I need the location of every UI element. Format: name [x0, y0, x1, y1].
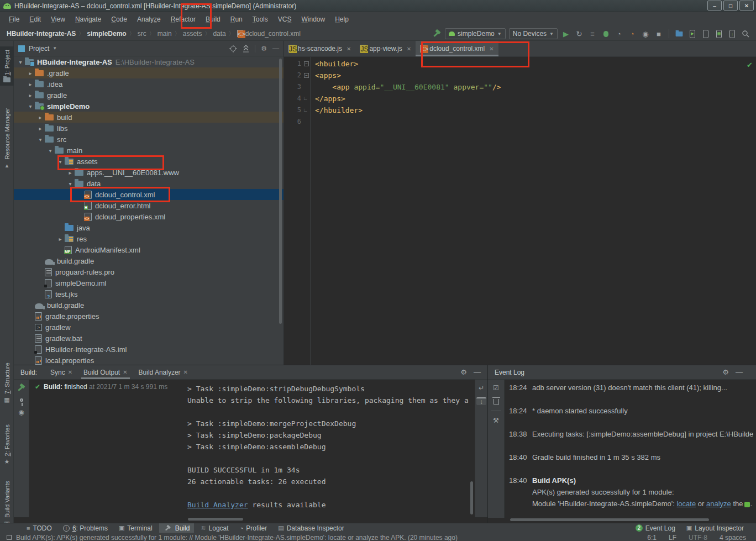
device-file-explorer-icon[interactable] — [674, 29, 684, 39]
stripe-tab-7-structure[interactable]: 7: Structure▦ — [0, 359, 14, 407]
console-vertical-scrollbar[interactable] — [470, 481, 473, 514]
tree-row-build-gradle[interactable]: build.gradle — [14, 255, 284, 266]
breadcrumb-item[interactable]: src — [136, 30, 148, 38]
gear-icon[interactable]: ⚙ — [722, 368, 729, 376]
breadcrumb-item[interactable]: simpleDemo — [86, 30, 127, 38]
tree-chevron-icon[interactable]: ▾ — [66, 181, 75, 187]
build-hammer-icon[interactable] — [17, 384, 26, 392]
tree-row-main[interactable]: ▾main — [14, 145, 284, 156]
event-log-horizontal-scrollbar[interactable] — [510, 518, 709, 521]
tree-chevron-icon[interactable]: ▸ — [36, 125, 45, 132]
attach-debugger-icon[interactable]: ◉ — [641, 29, 650, 39]
menu-item-edit[interactable]: Edit — [25, 14, 45, 25]
project-tree-scrollbar[interactable] — [279, 59, 282, 324]
menu-item-view[interactable]: View — [46, 14, 70, 25]
tree-row-dcloud-control-xml[interactable]: <>dcloud_control.xml — [14, 189, 284, 200]
close-icon[interactable]: ✕ — [347, 46, 351, 52]
tool-window-switcher-icon[interactable] — [7, 535, 12, 540]
tree-chevron-icon[interactable]: ▸ — [66, 170, 75, 176]
tree-row-build-gradle[interactable]: build.gradle — [14, 300, 284, 311]
close-icon[interactable]: ✕ — [183, 369, 188, 375]
breadcrumb-item[interactable]: data — [212, 30, 227, 38]
hide-panel-icon[interactable]: — — [272, 45, 279, 52]
mark-all-read-icon[interactable]: ☑ — [493, 384, 499, 392]
tree-chevron-icon[interactable]: ▾ — [26, 103, 35, 109]
tool-window-button-profiler[interactable]: ◔Profiler — [235, 523, 272, 533]
stop-icon[interactable]: ■ — [654, 29, 664, 39]
build-tab-build-analyzer[interactable]: Build Analyzer✕ — [133, 365, 193, 380]
tree-row-local-properties[interactable]: local.properties — [14, 355, 284, 365]
menu-item-analyze[interactable]: Analyze — [133, 14, 165, 25]
editor-tab-app-view-js[interactable]: JSapp-view.js✕ — [355, 41, 416, 56]
tree-chevron-icon[interactable]: ▸ — [36, 114, 45, 120]
editor-tab-hs-scancode-js[interactable]: JShs-scancode.js✕ — [284, 41, 355, 56]
tree-row-libs[interactable]: ▸libs — [14, 123, 284, 134]
coverage-icon[interactable]: ≡ — [587, 29, 597, 39]
tree-chevron-icon[interactable]: ▸ — [26, 70, 35, 76]
tree-row-res[interactable]: ▸res — [14, 233, 284, 244]
tree-chevron-icon[interactable]: ▾ — [46, 148, 55, 154]
tree-chevron-icon[interactable]: ▸ — [56, 236, 65, 242]
tree-row-test-jks[interactable]: ?test.jks — [14, 288, 284, 300]
file-encoding[interactable]: UTF-8 — [689, 534, 707, 541]
rerun-icon[interactable]: ↻ — [574, 29, 584, 39]
status-message[interactable]: Build APK(s): APK(s) generated successfu… — [16, 534, 458, 541]
tree-chevron-icon[interactable]: ▾ — [36, 136, 45, 143]
fold-end-marker-icon[interactable]: ∟ — [303, 93, 308, 104]
fold-marker-icon[interactable]: − — [304, 73, 309, 78]
minimize-button[interactable]: – — [707, 1, 722, 10]
scroll-to-end-icon[interactable]: ↓ — [476, 397, 486, 405]
build-hammer-icon[interactable] — [433, 30, 442, 38]
tree-row-gradlew-bat[interactable]: gradlew.bat — [14, 333, 284, 344]
indent-setting[interactable]: 4 spaces — [720, 534, 746, 541]
tree-row-androidmanifest-xml[interactable]: MFAndroidManifest.xml — [14, 244, 284, 255]
stripe-tab-2-favorites[interactable]: 2: Favorites★ — [0, 421, 14, 469]
close-button[interactable]: ✕ — [739, 1, 754, 10]
tool-window-button-logcat[interactable]: ≋Logcat — [196, 523, 233, 533]
device-manager-icon[interactable] — [701, 29, 711, 39]
menu-item-build[interactable]: Build — [201, 14, 225, 25]
tool-window-button-todo[interactable]: ≡TODO — [22, 523, 56, 533]
menu-item-run[interactable]: Run — [226, 14, 247, 25]
tree-row-dcloud-error-html[interactable]: Hdcloud_error.html — [14, 200, 284, 211]
tree-chevron-icon[interactable]: ▾ — [16, 59, 25, 65]
menu-item-navigate[interactable]: Navigate — [71, 14, 106, 25]
run-icon[interactable]: ▶ — [561, 29, 571, 39]
breadcrumb-item[interactable]: assets — [182, 30, 203, 38]
tree-row-simpledemo[interactable]: ▾simpleDemo — [14, 101, 284, 112]
tree-row-gradle[interactable]: ▸gradle — [14, 90, 284, 101]
tool-window-button-6-problems[interactable]: !6: Problems — [59, 523, 112, 533]
tree-row-proguard-rules-pro[interactable]: proguard-rules.pro — [14, 266, 284, 277]
search-icon[interactable] — [741, 29, 750, 39]
build-tab-build-output[interactable]: Build Output✕ — [78, 365, 133, 380]
avd-manager-icon[interactable]: ▶ — [687, 29, 697, 39]
breadcrumb-item[interactable]: HBuilder-Integrate-AS — [6, 30, 77, 38]
filter-icon[interactable]: ◉ — [18, 408, 24, 416]
fold-marker-icon[interactable]: − — [304, 61, 309, 66]
stripe-tab-1-project[interactable]: 1: Project — [0, 46, 14, 86]
menu-item-help[interactable]: Help — [330, 14, 353, 25]
menu-item-tools[interactable]: Tools — [248, 14, 272, 25]
tree-row--idea[interactable]: ▸.idea — [14, 78, 284, 90]
build-analyzer-link[interactable]: Build Analyzer — [187, 501, 248, 509]
event-log-link-locate[interactable]: locate — [676, 500, 696, 508]
gear-icon[interactable]: ⚙ — [261, 45, 267, 52]
hide-panel-icon[interactable]: — — [736, 368, 743, 376]
tree-row-build[interactable]: ▸build — [14, 112, 284, 123]
caret-position[interactable]: 6:1 — [647, 534, 657, 541]
close-icon[interactable]: ✕ — [123, 369, 127, 375]
build-output-console[interactable]: > Task :simpleDemo:stripDebugDebugSymbol… — [183, 380, 475, 513]
console-horizontal-scrollbar[interactable] — [188, 518, 243, 521]
build-tab-sync[interactable]: Sync✕ — [45, 365, 78, 380]
device-select[interactable]: No Devices▼ — [509, 28, 558, 39]
gear-icon[interactable]: ⚙ — [460, 368, 467, 376]
tree-row-gradlew[interactable]: >gradlew — [14, 322, 284, 333]
locate-file-icon[interactable] — [229, 45, 237, 52]
breadcrumb-item[interactable]: dcloud_control.xml — [244, 30, 302, 38]
event-log-body[interactable]: 18:24adb server version (31) doesn't mat… — [505, 380, 756, 513]
tree-row-hbuilder-integrate-as[interactable]: ▾HBuilder-Integrate-AS E:\HBuilder-Integ… — [14, 56, 284, 67]
sdk-manager-icon[interactable]: ↓ — [727, 29, 737, 39]
tree-row-data[interactable]: ▾data — [14, 178, 284, 189]
tree-chevron-icon[interactable]: ▸ — [26, 92, 35, 98]
apply-changes-icon[interactable]: ◔ — [614, 29, 624, 39]
